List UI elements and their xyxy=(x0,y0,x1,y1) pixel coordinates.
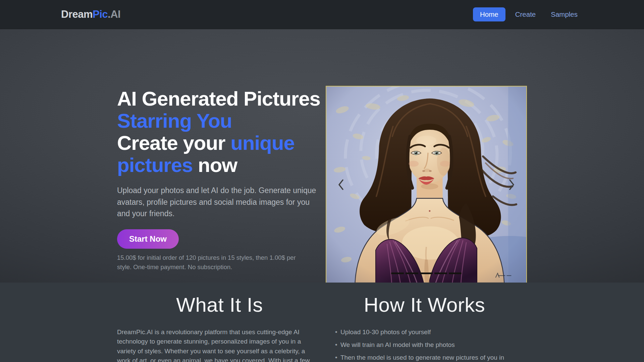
brand-logo-dream: Dream xyxy=(61,8,93,20)
pricing-fine-print: 15.00$ for initial order of 120 pictures… xyxy=(117,253,332,272)
how-it-works-title: How It Works xyxy=(322,293,527,317)
nav-item-create[interactable]: Create xyxy=(510,7,541,21)
carousel-indicator[interactable] xyxy=(406,273,418,274)
carousel-indicator[interactable] xyxy=(391,273,404,274)
chevron-left-icon xyxy=(337,179,345,191)
hero-heading-text: Create your xyxy=(117,132,230,154)
hero-heading-line: pictures now xyxy=(117,154,338,176)
hero-heading-accent-text: unique xyxy=(230,132,294,154)
what-it-is-title: What It Is xyxy=(117,293,322,317)
start-now-button[interactable]: Start Now xyxy=(117,229,179,249)
nav-item-samples[interactable]: Samples xyxy=(545,7,583,21)
brand-logo[interactable]: Dream Pic .AI xyxy=(61,0,120,29)
hero-heading-line: AI Generated Pictures xyxy=(117,88,338,110)
nav-item-home[interactable]: Home xyxy=(473,7,505,21)
brand-logo-ai: .AI xyxy=(108,8,120,20)
hero-image-carousel xyxy=(326,86,527,284)
carousel-indicator[interactable] xyxy=(449,273,462,274)
hero-heading-accent-text: Starring You xyxy=(117,110,232,132)
carousel-next-button[interactable] xyxy=(497,86,527,284)
carousel-indicator[interactable] xyxy=(434,273,447,274)
portrait-painting-svg xyxy=(326,86,526,283)
chevron-right-icon xyxy=(508,179,516,191)
how-it-works-item: We will train an AI model with the photo… xyxy=(335,340,530,350)
hero-section: AI Generated PicturesStarring YouCreate … xyxy=(0,29,644,283)
hero-heading-line: Starring You xyxy=(117,110,338,132)
hero-heading-line: Create your unique xyxy=(117,132,338,154)
nav-links: HomeCreateSamples xyxy=(473,7,583,21)
how-it-works-list: Upload 10-30 photos of yourselfWe will t… xyxy=(335,327,530,362)
hero-heading-text: now xyxy=(193,154,237,176)
how-it-works-item: Then the model is used to generate new p… xyxy=(335,353,530,362)
carousel-indicators xyxy=(391,273,462,274)
hero-description: Upload your photos and let AI do the job… xyxy=(117,185,338,220)
brand-logo-pic: Pic xyxy=(93,8,108,20)
top-navbar: Dream Pic .AI HomeCreateSamples xyxy=(0,0,644,29)
carousel-indicator[interactable] xyxy=(420,273,433,274)
hero-heading-accent-text: pictures xyxy=(117,154,193,176)
carousel-prev-button[interactable] xyxy=(326,86,356,284)
how-it-works-item: Upload 10-30 photos of yourself xyxy=(335,327,530,337)
dreampic-landing-page: Dream Pic .AI HomeCreateSamples AI Gener… xyxy=(0,0,644,362)
what-it-is-body: DreamPic.AI is a revolutionary platform … xyxy=(117,327,328,362)
hero-heading-text: AI Generated Pictures xyxy=(117,87,320,110)
hero-heading: AI Generated PicturesStarring YouCreate … xyxy=(117,88,338,176)
